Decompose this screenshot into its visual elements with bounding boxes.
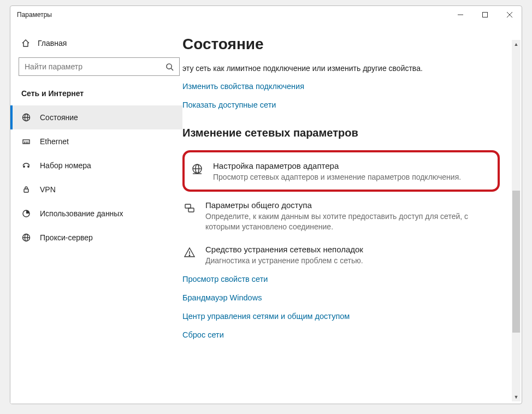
datausage-icon xyxy=(21,209,31,218)
scrollbar-thumb[interactable] xyxy=(512,191,520,333)
option-sharing[interactable]: Параметры общего доступа Определите, к к… xyxy=(182,197,500,241)
troubleshoot-icon xyxy=(182,245,197,258)
maximize-button[interactable] xyxy=(472,6,497,23)
sidebar: Главная Сеть и Интернет Состояние xyxy=(10,23,182,404)
sidebar-item-label: Прокси-сервер xyxy=(40,233,93,242)
link-view-network-props[interactable]: Просмотр свойств сети xyxy=(182,275,500,283)
option-body: Настройка параметров адаптера Просмотр с… xyxy=(213,161,489,183)
search-wrap xyxy=(10,52,182,86)
scroll-down-button[interactable]: ▼ xyxy=(512,393,521,401)
link-network-reset[interactable]: Сброс сети xyxy=(182,330,500,339)
globe-icon xyxy=(21,113,31,122)
scrollbar[interactable]: ▲ ▼ xyxy=(512,40,521,401)
sharing-icon xyxy=(182,200,197,214)
sidebar-item-proxy[interactable]: Прокси-сервер xyxy=(10,226,182,250)
option-troubleshoot[interactable]: Средство устранения сетевых неполадок Ди… xyxy=(182,241,500,275)
ethernet-icon xyxy=(21,137,31,146)
svg-rect-15 xyxy=(24,189,28,192)
sidebar-item-label: Использование данных xyxy=(40,209,123,218)
close-button[interactable] xyxy=(497,6,522,23)
sidebar-item-datausage[interactable]: Использование данных xyxy=(10,202,182,226)
window-title: Параметры xyxy=(17,11,52,19)
option-title: Настройка параметров адаптера xyxy=(213,161,489,170)
sidebar-item-ethernet[interactable]: Ethernet xyxy=(10,129,182,153)
highlight-box: Настройка параметров адаптера Просмотр с… xyxy=(182,150,500,192)
search-input[interactable] xyxy=(19,57,180,76)
search-field[interactable] xyxy=(25,62,165,71)
sidebar-item-label: Набор номера xyxy=(40,161,91,170)
sidebar-item-label: Ethernet xyxy=(40,137,69,146)
option-desc: Диагностика и устранение проблем с сетью… xyxy=(205,256,500,267)
svg-point-13 xyxy=(23,166,25,167)
sidebar-item-vpn[interactable]: VPN xyxy=(10,178,182,202)
page-title: Состояние xyxy=(182,36,500,53)
sidebar-section-title: Сеть и Интернет xyxy=(10,86,182,105)
minimize-button[interactable] xyxy=(448,6,472,23)
link-windows-firewall[interactable]: Брандмауэр Windows xyxy=(182,293,500,302)
sidebar-item-label: VPN xyxy=(40,185,56,194)
option-desc: Просмотр сетевых адаптеров и изменение п… xyxy=(213,172,489,183)
adapter-icon xyxy=(190,161,204,175)
option-title: Параметры общего доступа xyxy=(205,200,500,210)
window-controls xyxy=(448,6,522,23)
body: Главная Сеть и Интернет Состояние xyxy=(10,23,522,404)
settings-window: Параметры Главная xyxy=(10,5,522,404)
link-show-available-networks[interactable]: Показать доступные сети xyxy=(182,100,500,109)
vpn-icon xyxy=(21,185,31,194)
content-area: Состояние эту сеть как лимитное подключе… xyxy=(182,23,522,404)
dialup-icon xyxy=(21,161,31,170)
option-body: Параметры общего доступа Определите, к к… xyxy=(205,200,500,233)
subheading-network-params: Изменение сетевых параметров xyxy=(182,127,500,139)
link-network-sharing-center[interactable]: Центр управления сетями и общим доступом xyxy=(182,312,500,321)
intro-text: эту сеть как лимитное подключение или из… xyxy=(182,63,500,74)
search-icon xyxy=(165,63,174,71)
link-change-connection-props[interactable]: Изменить свойства подключения xyxy=(182,82,500,91)
svg-rect-1 xyxy=(482,13,487,17)
option-desc: Определите, к каким данным вы хотите пре… xyxy=(205,211,500,233)
sidebar-item-status[interactable]: Состояние xyxy=(10,105,182,129)
svg-rect-24 xyxy=(185,204,191,208)
svg-point-14 xyxy=(28,166,29,167)
scroll-up-button[interactable]: ▲ xyxy=(512,40,521,49)
svg-rect-25 xyxy=(188,208,194,212)
proxy-icon xyxy=(21,233,31,242)
svg-point-4 xyxy=(167,63,172,68)
home-label: Главная xyxy=(38,39,67,48)
titlebar: Параметры xyxy=(10,6,522,23)
svg-point-27 xyxy=(189,255,190,256)
option-body: Средство устранения сетевых неполадок Ди… xyxy=(205,245,500,267)
sidebar-item-dialup[interactable]: Набор номера xyxy=(10,153,182,178)
option-adapter-settings[interactable]: Настройка параметров адаптера Просмотр с… xyxy=(190,158,489,187)
home-icon xyxy=(21,39,30,48)
home-link[interactable]: Главная xyxy=(10,34,182,52)
option-title: Средство устранения сетевых неполадок xyxy=(205,245,500,254)
svg-line-5 xyxy=(171,68,173,70)
sidebar-item-label: Состояние xyxy=(40,113,78,122)
